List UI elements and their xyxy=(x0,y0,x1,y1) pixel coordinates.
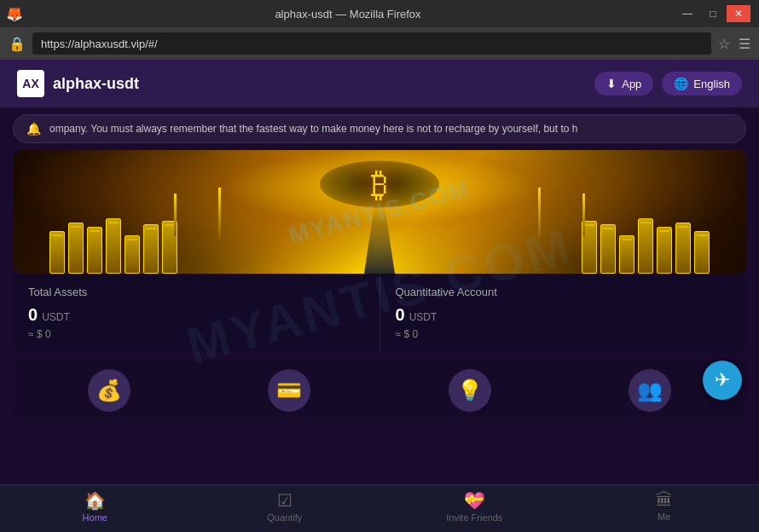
bell-icon: 🔔 xyxy=(26,122,41,136)
home-label: Home xyxy=(83,512,107,523)
action-item-3[interactable]: 👥 xyxy=(629,369,671,412)
address-bar: 🔒 ☆ ☰ xyxy=(0,27,759,60)
quantitative-account-title: Quantitative Account xyxy=(396,286,732,298)
quantify-icon: ☑ xyxy=(277,490,293,511)
bottom-nav: 🏠 Home ☑ Quantify 💝 Invite Friends 🏛 Me xyxy=(0,484,759,532)
close-button[interactable]: ✕ xyxy=(727,5,750,22)
total-assets-usd: ≈ $ 0 xyxy=(28,328,364,340)
url-input[interactable] xyxy=(32,32,711,55)
title-bar-left: 🦊 xyxy=(9,8,20,20)
minimize-button[interactable]: — xyxy=(675,5,699,22)
lock-icon: 🔒 xyxy=(9,36,26,52)
menu-icon[interactable]: ☰ xyxy=(739,36,750,52)
site-header: AX alphax-usdt ⬇ App 🌐 English xyxy=(0,60,759,107)
invite-label: Invite Friends xyxy=(446,512,502,523)
browser-chrome: 🦊 alphax-usdt — Mozilla Firefox — □ ✕ 🔒 … xyxy=(0,0,759,60)
notification-bar: 🔔 ompany. You must always remember that … xyxy=(13,114,746,143)
total-assets-unit: USDT xyxy=(42,311,70,323)
download-icon: ⬇ xyxy=(606,77,617,90)
nav-item-invite[interactable]: 💝 Invite Friends xyxy=(380,490,570,525)
security-indicator: 🔒 xyxy=(9,36,26,52)
window-title: alphax-usdt — Mozilla Firefox xyxy=(20,8,675,20)
quantitative-amount-number: 0 xyxy=(396,305,405,325)
me-label: Me xyxy=(658,512,670,522)
bitcoin-symbol: ₿ xyxy=(371,165,388,204)
action-item-2[interactable]: 💡 xyxy=(449,369,491,412)
btc-cloud: ₿ xyxy=(337,159,422,210)
total-assets-amount: 0 USDT xyxy=(28,305,364,325)
logo-icon: AX xyxy=(17,70,44,97)
total-assets-number: 0 xyxy=(28,305,38,325)
action-icon-bulb: 💡 xyxy=(449,369,491,412)
language-label: English xyxy=(693,78,730,90)
hero-banner: ₿ xyxy=(13,150,746,274)
language-button[interactable]: 🌐 English xyxy=(662,72,742,95)
page-content: MYANTIS.COM AX alphax-usdt ⬇ App 🌐 Engli… xyxy=(0,60,759,532)
globe-icon: 🌐 xyxy=(674,77,688,90)
action-item-1[interactable]: 💳 xyxy=(268,369,310,412)
bookmark-icon[interactable]: ☆ xyxy=(718,36,730,52)
quick-actions: 💰 💳 💡 👥 xyxy=(13,359,746,422)
logo-text: AX xyxy=(22,77,38,90)
window-controls: — □ ✕ xyxy=(675,5,750,22)
title-bar: 🦊 alphax-usdt — Mozilla Firefox — □ ✕ xyxy=(0,0,759,27)
firefox-logo: 🦊 xyxy=(9,8,20,20)
total-assets-card: Total Assets 0 USDT ≈ $ 0 xyxy=(13,274,380,352)
account-cards: Total Assets 0 USDT ≈ $ 0 Quantitative A… xyxy=(13,274,746,352)
site-name: alphax-usdt xyxy=(53,75,139,93)
total-assets-title: Total Assets xyxy=(28,286,364,298)
quantify-label: Quantify xyxy=(267,512,302,523)
invite-icon: 💝 xyxy=(464,490,485,511)
nav-item-me[interactable]: 🏛 Me xyxy=(570,490,760,525)
action-icon-users: 👥 xyxy=(629,369,671,412)
action-icon-card: 💳 xyxy=(268,369,310,412)
quantitative-amount-unit: USDT xyxy=(409,311,437,323)
me-icon: 🏛 xyxy=(656,490,673,510)
quantitative-usd: ≈ $ 0 xyxy=(396,328,732,340)
app-button[interactable]: ⬇ App xyxy=(594,72,653,95)
action-item-0[interactable]: 💰 xyxy=(88,369,130,412)
telegram-fab[interactable]: ✈ xyxy=(703,361,742,400)
nav-item-home[interactable]: 🏠 Home xyxy=(0,490,190,525)
header-actions: ⬇ App 🌐 English xyxy=(594,72,742,95)
app-button-label: App xyxy=(622,78,641,90)
action-icon-money: 💰 xyxy=(88,369,130,412)
quantitative-account-card: Quantitative Account 0 USDT ≈ $ 0 xyxy=(380,274,747,352)
telegram-icon: ✈ xyxy=(715,369,730,391)
notification-text: ompany. You must always remember that th… xyxy=(49,123,577,135)
logo-area: AX alphax-usdt xyxy=(17,70,139,97)
maximize-button[interactable]: □ xyxy=(701,5,725,22)
quantitative-account-amount: 0 USDT xyxy=(396,305,732,325)
nav-item-quantify[interactable]: ☑ Quantify xyxy=(190,490,380,525)
toolbar-icons: ☆ ☰ xyxy=(718,36,750,52)
home-icon: 🏠 xyxy=(84,490,106,511)
hero-banner-inner: ₿ xyxy=(13,150,746,274)
